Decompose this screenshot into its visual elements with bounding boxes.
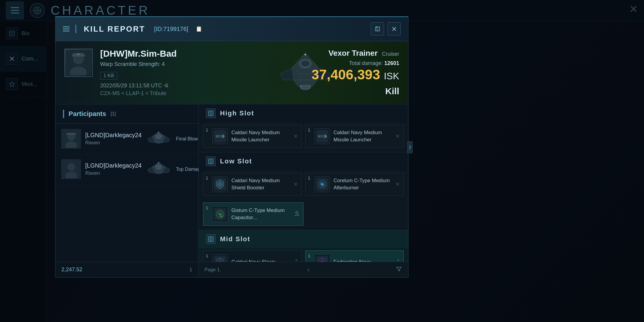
high-slot-item-1: 1 Caldari Navy Medium Missile Launcher — [203, 125, 302, 148]
participant-item: [LGND]Darklegacy24 Raven Final Blow — [55, 124, 198, 154]
low-slot-item-name-2: Corelum C-Type Medium Afterburner — [334, 177, 392, 191]
mid-slot-item-2: 1 Federa — [305, 250, 404, 262]
low-slot-item-name-1: Caldari Navy Medium Shield Booster — [231, 177, 290, 191]
modal-header-actions — [371, 22, 401, 35]
victim-kill-count: 1 Kill — [100, 72, 117, 80]
isk-label: ISK — [384, 71, 399, 81]
svg-point-31 — [300, 85, 301, 86]
modal-export-button[interactable] — [371, 22, 384, 35]
isk-value: 37,406,393 — [312, 67, 380, 82]
low-slot-item-icon-1 — [212, 177, 228, 192]
participant-ship-img-2 — [146, 160, 171, 178]
low-slot-capacitor-item: 1 — [203, 202, 304, 226]
kill-info-box: Vexor Trainer Cruiser Total damage: 1260… — [312, 49, 399, 96]
expand-arrow[interactable] — [407, 141, 413, 153]
kill-report-modal: KILL REPORT [ID:7199176] 📋 — [55, 16, 408, 278]
participant-name-2: [LGND]Darklegacy24 — [85, 162, 142, 169]
participant-details-1: [LGND]Darklegacy24 Raven — [85, 132, 142, 146]
svg-point-32 — [309, 85, 310, 86]
mid-slot-item-icon-2 — [315, 254, 330, 262]
mid-slot-items: 1 — [199, 248, 408, 262]
victim-avatar — [64, 49, 93, 77]
low-slot-item-2: 1 — [305, 173, 404, 196]
high-slot-section: High Slot 1 — [199, 104, 408, 152]
high-slot-close-1[interactable]: ✕ — [293, 133, 298, 140]
bottom-bar-label: 1 — [190, 267, 192, 273]
filter-button[interactable] — [396, 266, 402, 274]
svg-point-33 — [304, 54, 306, 55]
isk-line: 37,406,393 ISK — [312, 66, 399, 83]
participant-details-2: [LGND]Darklegacy24 Raven — [85, 162, 142, 176]
high-slot-item-2: 1 Caldari Navy Medium Missile Launcher — [305, 125, 404, 148]
high-slot-item-name-1: Caldari Navy Medium Missile Launcher — [231, 129, 290, 143]
high-slot-qty-1: 1 — [206, 127, 208, 132]
svg-point-60 — [219, 183, 222, 186]
modal-copy-icon[interactable]: 📋 — [196, 26, 202, 32]
high-slot-item-name-2: Caldari Navy Medium Missile Launcher — [334, 129, 392, 143]
fitting-panel: High Slot 1 — [199, 104, 408, 277]
svg-point-51 — [216, 135, 218, 137]
mid-slot-expand-2[interactable]: ˅ — [397, 258, 400, 262]
low-slot-cap-qty: 1 — [206, 205, 208, 210]
fitting-footer: Page 1. › — [199, 262, 408, 277]
svg-point-23 — [78, 53, 79, 55]
participant-ship-1: Raven — [85, 140, 142, 146]
modal-title-accent — [75, 25, 76, 33]
participant-item-2: [LGND]Darklegacy24 Raven Top Damage | — [55, 154, 198, 185]
fitting-scroll[interactable]: High Slot 1 — [199, 104, 408, 262]
low-slot-cap-icon — [212, 206, 228, 222]
total-damage-label: Total damage: — [349, 60, 383, 66]
avatar-placeholder — [65, 49, 92, 76]
low-slot-item-1: 1 Caldari Navy Medium Shield Booster — [203, 173, 302, 196]
next-page-button[interactable]: › — [307, 266, 309, 273]
svg-point-25 — [300, 85, 311, 90]
kill-body: Participants [1] [LGND]Darklegacy24 Rave… — [55, 104, 408, 277]
low-slot-close-2[interactable]: ✕ — [395, 181, 400, 188]
mid-slot-expand-1[interactable]: ˅ — [295, 258, 298, 262]
high-slot-item-icon-2 — [315, 129, 330, 144]
low-slot-section: Low Slot 1 — [199, 152, 408, 230]
modal-close-button[interactable] — [388, 22, 401, 35]
participant-avatar-2 — [61, 160, 81, 179]
participants-bottom-bar: 2,247.52 1 — [55, 262, 198, 277]
mid-slot-item-name-2: Federation Navy — [334, 258, 394, 262]
low-slot-items: 1 Caldari Navy Medium Shield Booster — [199, 170, 408, 200]
svg-rect-74 — [210, 238, 212, 240]
mid-slot-title: Mid Slot — [220, 235, 250, 243]
svg-point-54 — [318, 135, 320, 137]
high-slot-title: High Slot — [220, 109, 254, 117]
svg-point-44 — [158, 162, 159, 163]
low-slot-item-icon-2 — [315, 177, 330, 192]
participants-header: Participants [1] — [55, 104, 198, 124]
mid-slot-item-icon-1 — [212, 254, 228, 262]
modal-menu-button[interactable] — [63, 27, 69, 31]
participant-name-1: [LGND]Darklegacy24 — [85, 132, 142, 139]
high-slot-icon — [206, 109, 216, 118]
participants-panel: Participants [1] [LGND]Darklegacy24 Rave… — [55, 104, 199, 277]
low-slot-close-1[interactable]: ✕ — [293, 181, 298, 188]
mid-slot-header: Mid Slot — [199, 230, 408, 248]
low-slot-title: Low Slot — [220, 157, 252, 165]
svg-rect-37 — [66, 133, 76, 135]
mid-slot-icon — [206, 234, 216, 244]
high-slot-qty-2: 1 — [308, 127, 310, 132]
outcome-label: Kill — [312, 86, 399, 96]
low-slot-cap-name: Gistum C-Type Medium Capacitor... — [231, 207, 291, 221]
high-slot-item-icon-1 — [212, 129, 228, 144]
low-slot-header: Low Slot — [199, 152, 408, 170]
total-damage-value: 12601 — [384, 60, 399, 66]
svg-point-27 — [301, 61, 309, 66]
participants-title-accent — [63, 110, 64, 118]
participant-avatar-1 — [61, 129, 81, 148]
modal-title: KILL REPORT — [84, 24, 145, 34]
modal-header-bar: KILL REPORT [ID:7199176] 📋 — [55, 17, 408, 41]
low-slot-qty-2: 1 — [308, 175, 310, 180]
high-slot-close-2[interactable]: ✕ — [395, 133, 400, 140]
low-slot-person-icon — [294, 211, 300, 218]
total-damage-line: Total damage: 12601 — [312, 60, 399, 66]
low-slot-icon — [206, 157, 216, 166]
low-slot-qty-1: 1 — [206, 175, 208, 180]
participants-title: Participants — [69, 110, 106, 118]
svg-point-43 — [156, 165, 162, 169]
mid-slot-section: Mid Slot 1 — [199, 230, 408, 262]
